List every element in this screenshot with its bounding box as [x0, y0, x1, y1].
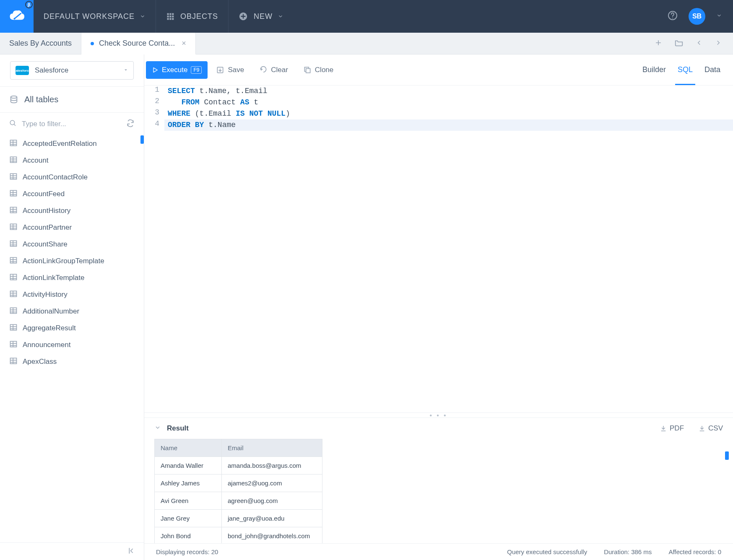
unsaved-indicator-icon: [91, 42, 94, 45]
table-name: AcceptedEventRelation: [23, 140, 97, 148]
help-button[interactable]: [668, 10, 678, 22]
prev-tab-button[interactable]: [695, 39, 703, 48]
nav-new[interactable]: NEW: [229, 0, 294, 33]
table-name: AccountPartner: [23, 223, 72, 232]
table-row[interactable]: Amanda Walleramanda.boss@argus.com: [155, 457, 322, 474]
table-row[interactable]: John Bondbond_john@grandhotels.com: [155, 527, 322, 544]
sidebar: salesforce Salesforce All tables Accepte…: [0, 54, 144, 560]
plus-icon: [654, 39, 663, 47]
table-cell: Avi Green: [155, 492, 222, 510]
table-cell: jane_gray@uoa.edu: [222, 510, 322, 527]
table-icon: [9, 189, 18, 200]
table-list-item[interactable]: AccountShare: [0, 236, 144, 253]
table-list-item[interactable]: AccountContactRole: [0, 169, 144, 186]
table-list-item[interactable]: Account: [0, 152, 144, 169]
svg-point-13: [11, 96, 17, 98]
column-header[interactable]: Name: [155, 439, 222, 457]
line-number: 1: [144, 86, 164, 97]
column-header[interactable]: Email: [222, 439, 322, 457]
svg-rect-3: [172, 13, 174, 15]
table-list-item[interactable]: AdditionalNumber: [0, 303, 144, 320]
new-tab-button[interactable]: [654, 39, 663, 49]
table-list-item[interactable]: Announcement: [0, 337, 144, 353]
export-pdf-button[interactable]: PDF: [660, 424, 684, 433]
clear-label: Clear: [271, 66, 288, 74]
table-list-item[interactable]: AccountPartner: [0, 219, 144, 236]
svg-rect-7: [167, 18, 169, 20]
clear-button[interactable]: Clear: [252, 61, 295, 79]
tab-label: Check Source Conta...: [99, 39, 175, 48]
chevron-down-icon: [154, 424, 161, 431]
view-tab-builder[interactable]: Builder: [642, 54, 666, 85]
sql-editor[interactable]: 1SELECT t.Name, t.Email2 FROM Contact AS…: [144, 86, 733, 412]
collapse-sidebar-button[interactable]: [128, 547, 136, 557]
scrollbar-thumb[interactable]: [140, 135, 144, 144]
svg-rect-4: [167, 16, 169, 17]
refresh-icon: [126, 119, 135, 127]
nav-objects-label: OBJECTS: [180, 12, 218, 21]
undo-icon: [259, 66, 268, 74]
code-line: SELECT t.Name, t.Email: [164, 86, 268, 97]
table-list-item[interactable]: ApexClass: [0, 353, 144, 370]
grid-icon: [166, 12, 174, 21]
results-table: NameEmail Amanda Walleramanda.boss@argus…: [154, 439, 322, 543]
collapse-results-button[interactable]: [154, 424, 161, 433]
view-tab-sql[interactable]: SQL: [678, 54, 693, 85]
chevron-right-icon: [715, 39, 722, 47]
table-row[interactable]: Ashley Jamesajames2@uog.com: [155, 474, 322, 492]
table-row[interactable]: Jane Greyjane_gray@uoa.edu: [155, 510, 322, 527]
tab-label: Sales By Accounts: [9, 39, 72, 48]
view-tab-data[interactable]: Data: [704, 54, 720, 85]
table-icon: [9, 172, 18, 183]
results-panel: Result PDF CSV NameEmail Amanda Walleram…: [144, 417, 733, 560]
table-cell: Jane Grey: [155, 510, 222, 527]
table-icon: [9, 223, 18, 233]
table-row[interactable]: Avi Greenagreen@uog.com: [155, 492, 322, 510]
connection-selector[interactable]: salesforce Salesforce: [10, 61, 134, 80]
table-icon: [9, 156, 18, 166]
save-button[interactable]: Save: [209, 61, 251, 79]
workspace-selector[interactable]: DEFAULT WORKSPACE: [34, 0, 156, 33]
table-filter-input[interactable]: [22, 120, 126, 128]
table-list-item[interactable]: ActionLinkTemplate: [0, 270, 144, 286]
all-tables-label: All tables: [24, 95, 58, 104]
all-tables-header[interactable]: All tables: [0, 87, 144, 113]
nav-objects[interactable]: OBJECTS: [156, 0, 228, 33]
export-csv-button[interactable]: CSV: [698, 424, 723, 433]
open-button[interactable]: [674, 38, 684, 49]
table-cell: amanda.boss@argus.com: [222, 457, 322, 474]
table-name: ActionLinkTemplate: [23, 274, 84, 282]
table-cell: Ashley James: [155, 474, 222, 492]
svg-rect-1: [167, 13, 169, 15]
tables-list: AcceptedEventRelationAccountAccountConta…: [0, 135, 144, 542]
table-list-item[interactable]: ActionLinkGroupTemplate: [0, 253, 144, 270]
document-tab[interactable]: Check Source Conta...×: [81, 33, 196, 54]
table-list-item[interactable]: AggregateResult: [0, 320, 144, 337]
close-tab-button[interactable]: ×: [182, 39, 186, 48]
user-menu-chevron[interactable]: [716, 13, 722, 20]
execute-button[interactable]: Execute F9: [146, 61, 208, 79]
svg-rect-9: [172, 18, 174, 20]
svg-rect-8: [169, 18, 171, 20]
table-name: AccountHistory: [23, 207, 70, 215]
next-tab-button[interactable]: [715, 39, 722, 48]
app-logo[interactable]: β: [0, 0, 34, 33]
chevron-down-icon: [716, 13, 722, 18]
table-name: AccountShare: [23, 240, 68, 249]
download-icon: [660, 425, 667, 432]
horizontal-splitter[interactable]: ● ● ●: [144, 412, 733, 417]
scrollbar-thumb[interactable]: [725, 451, 729, 460]
document-tab[interactable]: Sales By Accounts: [0, 33, 81, 54]
table-list-item[interactable]: ActivityHistory: [0, 286, 144, 303]
search-icon: [9, 119, 17, 129]
table-list-item[interactable]: AccountFeed: [0, 186, 144, 202]
results-title: Result: [167, 424, 189, 433]
top-navbar: β DEFAULT WORKSPACE OBJECTS NEW SB: [0, 0, 733, 33]
clone-button[interactable]: Clone: [296, 61, 340, 79]
refresh-button[interactable]: [126, 119, 135, 129]
help-circle-icon: [668, 10, 678, 21]
table-cell: agreen@uog.com: [222, 492, 322, 510]
table-list-item[interactable]: AcceptedEventRelation: [0, 135, 144, 152]
table-list-item[interactable]: AccountHistory: [0, 202, 144, 219]
user-avatar[interactable]: SB: [689, 8, 705, 25]
